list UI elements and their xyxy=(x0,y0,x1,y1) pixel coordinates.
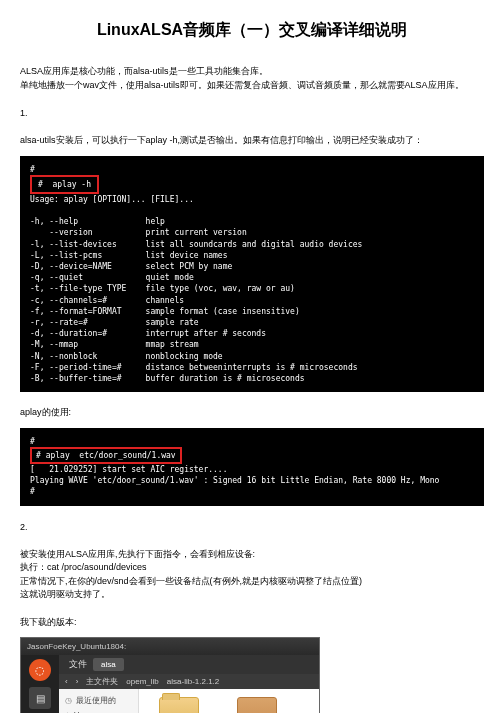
help-line: -d, --duration=# interrupt after # secon… xyxy=(30,329,266,338)
file-manager-window: JasonFoeKey_Ubuntu1804: ◌ ▤ 🦊 文件 alsa ‹ … xyxy=(20,637,320,713)
help-line: -F, --period-time=# distance betweeninte… xyxy=(30,363,358,372)
aplay-wav-command: # aplay etc/door_sound/1.wav xyxy=(30,447,182,464)
section-2-number: 2. xyxy=(20,522,484,532)
sec2-line: 被安装使用ALSA应用库,先执行下面指令，会看到相应设备: xyxy=(20,549,255,559)
ubuntu-dock: ◌ ▤ 🦊 xyxy=(21,655,59,713)
section-1-number: 1. xyxy=(20,108,484,118)
help-line: --version print current version xyxy=(30,228,247,237)
window-titlebar: JasonFoeKey_Ubuntu1804: xyxy=(21,638,319,655)
breadcrumb-item[interactable]: alsa-lib-1.2.1.2 xyxy=(167,677,219,686)
nav-recent[interactable]: ◷最近使用的 xyxy=(65,693,132,708)
breadcrumb-item[interactable]: opem_lib xyxy=(126,677,158,686)
folder-item[interactable]: alsa-lib-1.2.1.2 xyxy=(147,697,211,713)
download-label: 我下载的版本: xyxy=(20,616,484,630)
clock-icon: ◷ xyxy=(65,696,72,705)
section-2-text: 被安装使用ALSA应用库,先执行下面指令，会看到相应设备: 执行：cat /pr… xyxy=(20,548,484,602)
breadcrumb-home[interactable]: 主文件夹 xyxy=(86,676,118,687)
sec2-line: 这就说明驱动支持了。 xyxy=(20,589,110,599)
aplay-h-command: # aplay -h xyxy=(30,175,99,194)
help-line: -q, --quiet quiet mode xyxy=(30,273,194,282)
nav-back-icon[interactable]: ‹ xyxy=(65,677,68,686)
help-line: -L, --list-pcms list device names xyxy=(30,251,227,260)
intro-line-2: 单纯地播放一个wav文件，使用alsa-utils即可。如果还需复合成音频、调试… xyxy=(20,80,464,90)
help-line: -M, --mmap mmap stream xyxy=(30,340,199,349)
help-line: -l, --list-devices list all soundcards a… xyxy=(30,240,362,249)
files-icon[interactable]: ▤ xyxy=(29,687,51,709)
folder-icon xyxy=(159,697,199,713)
help-line: -r, --rate=# sample rate xyxy=(30,318,199,327)
intro-paragraph: ALSA应用库是核心功能，而alsa-utils是一些工具功能集合库。 单纯地播… xyxy=(20,65,484,92)
page-title: LinuxALSA音频库（一）交叉编译详细说明 xyxy=(20,20,484,41)
window-title: JasonFoeKey_Ubuntu1804: xyxy=(27,642,126,651)
help-line: -N, --nonblock nonblocking mode xyxy=(30,352,223,361)
term-out-line: Playing WAVE 'etc/door_sound/1.wav' : Si… xyxy=(30,476,439,485)
sec2-line: 执行：cat /proc/asound/devices xyxy=(20,562,147,572)
terminal-aplay-run: # # aplay etc/door_sound/1.wav [ 21.0292… xyxy=(20,428,484,506)
nav-home[interactable]: ⌂Home xyxy=(65,708,132,713)
help-line: -c, --channels=# channels xyxy=(30,296,184,305)
sec2-line: 正常情况下,在你的/dev/snd会看到一些设备结点(有例外,就是内核驱动调整了… xyxy=(20,576,362,586)
intro-line-1: ALSA应用库是核心功能，而alsa-utils是一些工具功能集合库。 xyxy=(20,66,268,76)
help-line: -B, --buffer-time=# buffer duration is #… xyxy=(30,374,305,383)
section-1-text: alsa-utils安装后，可以执行一下aplay -h,测试是否输出。如果有信… xyxy=(20,134,484,148)
help-line: -f, --format=FORMAT sample format (case … xyxy=(30,307,300,316)
help-line: -h, --help help xyxy=(30,217,165,226)
archive-icon xyxy=(237,697,277,713)
usage-line: Usage: aplay [OPTION]... [FILE]... xyxy=(30,195,194,204)
file-content-area: alsa-lib-1.2.1.2 alsa-lib-1.2.1.2.tar.bz… xyxy=(139,689,319,713)
archive-item[interactable]: alsa-lib-1.2.1.2.tar.bz2 xyxy=(225,697,289,713)
term-out-line: [ 21.029252] start set AIC register.... xyxy=(30,465,227,474)
nav-fwd-icon[interactable]: › xyxy=(76,677,79,686)
aplay-usage-label: aplay的使用: xyxy=(20,406,484,420)
files-tab-label: 文件 xyxy=(69,658,87,671)
term-out-line: # xyxy=(30,487,35,496)
ubuntu-logo-icon[interactable]: ◌ xyxy=(29,659,51,681)
path-current: alsa xyxy=(93,658,124,671)
help-line: -D, --device=NAME select PCM by name xyxy=(30,262,232,271)
terminal-aplay-help: # # aplay -h Usage: aplay [OPTION]... [F… xyxy=(20,156,484,393)
file-manager-header: 文件 alsa xyxy=(59,655,319,674)
help-line: -t, --file-type TYPE file type (voc, wav… xyxy=(30,284,295,293)
breadcrumb-bar: ‹ › 主文件夹 opem_lib alsa-lib-1.2.1.2 xyxy=(59,674,319,689)
places-sidebar: ◷最近使用的 ⌂Home ▭桌面 ▸视频 xyxy=(59,689,139,713)
